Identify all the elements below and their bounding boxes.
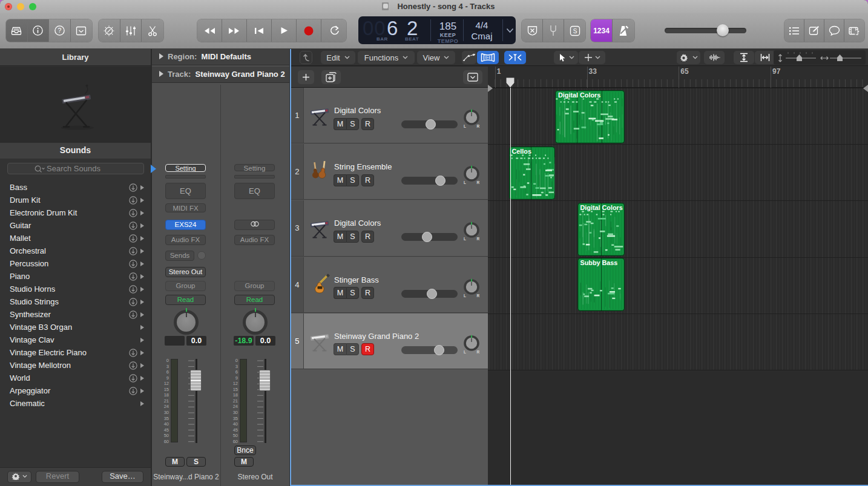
svg-text:R: R — [477, 180, 480, 185]
svg-text:R: R — [477, 124, 480, 128]
svg-text:R: R — [477, 237, 480, 241]
svg-text:L: L — [464, 124, 466, 128]
svg-text:R: R — [477, 293, 480, 297]
svg-text:L: L — [464, 349, 466, 353]
svg-text:L: L — [464, 293, 466, 297]
svg-text:R: R — [477, 349, 480, 353]
svg-text:?: ? — [58, 27, 61, 34]
svg-text:L: L — [464, 237, 466, 241]
svg-text:S: S — [573, 27, 577, 34]
svg-text:L: L — [464, 180, 466, 185]
